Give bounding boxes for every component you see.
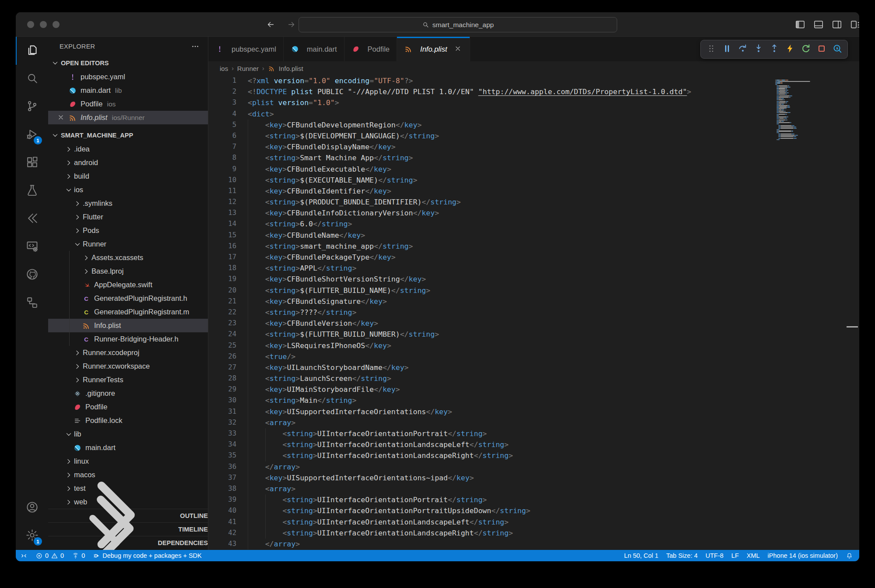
language-mode[interactable]: XML [747, 552, 760, 559]
activity-item-github[interactable] [16, 261, 48, 289]
activity-item-flutter[interactable] [16, 205, 48, 233]
tree-item[interactable]: CGeneratedPluginRegistrant.h [48, 292, 208, 305]
line-number[interactable]: 3 [208, 97, 236, 108]
code-line[interactable]: 13<key>CFBundleInfoDictionaryVersion</ke… [208, 208, 859, 218]
line-number[interactable]: 7 [208, 141, 236, 152]
activity-item-run-and-debug[interactable]: 1 [16, 121, 48, 149]
tree-item[interactable]: Runner.xcodeproj [48, 346, 208, 359]
tree-item[interactable]: web [48, 495, 208, 509]
line-number[interactable]: 32 [208, 417, 236, 428]
code-line[interactable]: 40<string>UIInterfaceOrientationPortrait… [208, 505, 859, 516]
close-window-button[interactable] [27, 21, 34, 28]
debug-configuration[interactable]: Debug my code + packages + SDK [93, 552, 202, 560]
debug-step-over-button[interactable] [735, 42, 750, 56]
code-line[interactable]: 20<string>$(FLUTTER_BUILD_NAME)</string> [208, 285, 859, 296]
code-line[interactable]: 16<string>smart_machine_app</string> [208, 241, 859, 252]
code-line[interactable]: 42<string>UIInterfaceOrientationLandscap… [208, 528, 859, 539]
minimize-window-button[interactable] [40, 21, 47, 28]
device-selector[interactable]: iPhone 14 (ios simulator) [768, 552, 838, 559]
more-actions-icon[interactable] [190, 42, 200, 51]
code-line[interactable]: 5<key>CFBundleDevelopmentRegion</key> [208, 120, 859, 130]
line-number[interactable]: 16 [208, 241, 236, 252]
activity-item-extensions[interactable] [16, 149, 48, 177]
customize-layout-icon[interactable] [838, 19, 850, 30]
code-line[interactable]: 33<string>UIInterfaceOrientationPortrait… [208, 428, 859, 439]
tree-item[interactable]: RunnerTests [48, 373, 208, 387]
code-line[interactable]: 35<string>UIInterfaceOrientationLandscap… [208, 450, 859, 461]
eol[interactable]: LF [731, 552, 739, 559]
tab-main-dart[interactable]: main.dart [284, 37, 344, 61]
code-line[interactable]: 22<string>????</string> [208, 307, 859, 318]
line-number[interactable]: 11 [208, 186, 236, 197]
line-number[interactable]: 4 [208, 109, 236, 120]
line-number[interactable]: 29 [208, 384, 236, 395]
line-number[interactable]: 2 [208, 86, 236, 97]
zoom-window-button[interactable] [53, 21, 60, 28]
code-line[interactable]: 21<key>CFBundleSignature</key> [208, 296, 859, 307]
cursor-position[interactable]: Ln 50, Col 1 [624, 552, 658, 559]
project-root-header[interactable]: SMART_MACHINE_APP [48, 128, 208, 142]
close-icon[interactable] [454, 45, 463, 53]
line-number[interactable]: 1 [208, 75, 236, 86]
line-number[interactable]: 30 [208, 395, 236, 406]
tree-item[interactable]: main.dart [48, 441, 208, 454]
tree-item[interactable]: Runner [48, 237, 208, 251]
code-line[interactable]: 23<key>CFBundleVersion</key> [208, 318, 859, 329]
line-number[interactable]: 21 [208, 296, 236, 307]
debug-step-out-button[interactable] [767, 42, 781, 56]
tree-item[interactable]: .symlinks [48, 197, 208, 210]
code-line[interactable]: 30<string>Main</string> [208, 395, 859, 406]
line-number[interactable]: 22 [208, 307, 236, 318]
code-line[interactable]: 25<key>LSRequiresIPhoneOS</key> [208, 340, 859, 351]
code-line[interactable]: 24<string>$(FLUTTER_BUILD_NUMBER)</strin… [208, 329, 859, 340]
line-number[interactable]: 6 [208, 130, 236, 141]
breadcrumb-segment[interactable]: Runner [237, 65, 259, 72]
code-line[interactable]: 26<true/> [208, 351, 859, 362]
debug-restart-button[interactable] [798, 42, 813, 56]
line-number[interactable]: 18 [208, 263, 236, 274]
code-line[interactable]: 37<key>UISupportedInterfaceOrientations~… [208, 472, 859, 483]
tree-item[interactable]: CGeneratedPluginRegistrant.m [48, 305, 208, 319]
code-line[interactable]: 29<key>UIMainStoryboardFile</key> [208, 384, 859, 395]
code-line[interactable]: 1<?xml version="1.0" encoding="UTF-8"?> [208, 75, 859, 86]
line-number[interactable]: 15 [208, 230, 236, 241]
line-number[interactable]: 40 [208, 505, 236, 516]
line-number[interactable]: 39 [208, 494, 236, 505]
code-line[interactable]: 14<string>6.0</string> [208, 218, 859, 229]
line-number[interactable]: 35 [208, 450, 236, 461]
open-editor-item[interactable]: main.dartlib [48, 84, 208, 97]
activity-item-source-control[interactable] [16, 93, 48, 121]
line-number[interactable]: 5 [208, 120, 236, 130]
tree-item[interactable]: linux [48, 454, 208, 468]
tree-item[interactable]: Flutter [48, 210, 208, 224]
problems-indicator[interactable]: 00 [35, 552, 64, 560]
code-line[interactable]: 17<key>CFBundlePackageType</key> [208, 252, 859, 263]
open-editor-item[interactable]: Podfileios [48, 97, 208, 111]
line-number[interactable]: 31 [208, 406, 236, 417]
code-line[interactable]: 8<string>Smart Machine App</string> [208, 152, 859, 163]
breadcrumb-segment[interactable]: ios [220, 65, 228, 72]
line-number[interactable]: 26 [208, 351, 236, 362]
code-line[interactable]: 18<string>APPL</string> [208, 263, 859, 274]
encoding[interactable]: UTF-8 [706, 552, 724, 559]
forward-icon[interactable] [285, 18, 298, 31]
line-number[interactable]: 12 [208, 197, 236, 208]
line-number[interactable]: 38 [208, 483, 236, 494]
tree-item[interactable]: Assets.xcassets [48, 251, 208, 264]
code-line[interactable]: 7<key>CFBundleDisplayName</key> [208, 141, 859, 152]
line-number[interactable]: 27 [208, 362, 236, 373]
line-number[interactable]: 10 [208, 175, 236, 186]
line-number[interactable]: 37 [208, 472, 236, 483]
code-line[interactable]: 4<dict> [208, 109, 859, 120]
tree-item[interactable]: ios [48, 183, 208, 197]
code-line[interactable]: 2<!DOCTYPE plist PUBLIC "-//Apple//DTD P… [208, 86, 859, 97]
line-number[interactable]: 33 [208, 428, 236, 439]
command-center-search[interactable]: smart_machine_app [299, 17, 617, 32]
open-editor-item[interactable]: pubspec.yaml [48, 70, 208, 84]
code-line[interactable]: 19<key>CFBundleShortVersionString</key> [208, 274, 859, 285]
code-line[interactable]: 27<key>UILaunchStoryboardName</key> [208, 362, 859, 373]
toggle-sidebar-icon[interactable] [783, 19, 794, 30]
tree-item[interactable]: lib [48, 427, 208, 441]
code-line[interactable]: 11<key>CFBundleIdentifier</key> [208, 186, 859, 197]
tree-item[interactable]: macos [48, 468, 208, 482]
